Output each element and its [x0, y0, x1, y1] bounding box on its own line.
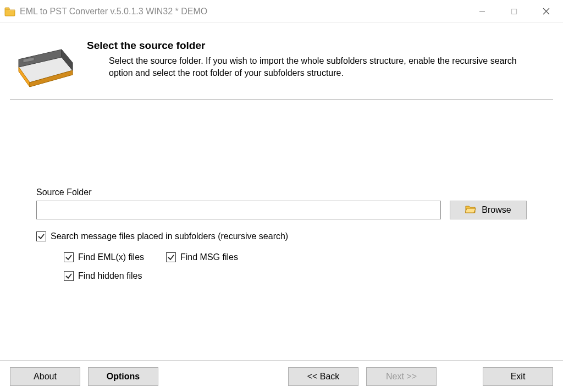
svg-rect-2 [512, 9, 517, 14]
about-button[interactable]: About [10, 367, 80, 386]
wizard-form: Source Folder Browse Search message file… [10, 100, 553, 360]
svg-rect-0 [5, 8, 9, 9]
client-area: Select the source folder Select the sour… [0, 23, 563, 360]
checkbox-icon [166, 252, 176, 262]
close-button[interactable] [530, 0, 562, 23]
checkbox-icon [64, 252, 74, 262]
checkbox-icon [36, 231, 46, 241]
options-button[interactable]: Options [88, 367, 158, 386]
find-msg-label: Find MSG files [180, 252, 238, 262]
wizard-description: Select the source folder. If you wish to… [87, 55, 548, 79]
find-hidden-checkbox[interactable]: Find hidden files [64, 271, 142, 281]
wizard-title: Select the source folder [87, 40, 548, 52]
recursive-search-label: Search message files placed in subfolder… [51, 231, 288, 241]
maximize-button[interactable] [498, 0, 530, 23]
open-folder-icon [465, 205, 476, 216]
back-button[interactable]: << Back [288, 367, 358, 386]
checkbox-icon [64, 271, 74, 281]
window-controls [466, 0, 562, 23]
find-eml-label: Find EML(x) files [78, 252, 144, 262]
find-hidden-label: Find hidden files [78, 271, 142, 281]
app-folder-icon [4, 6, 15, 17]
minimize-button[interactable] [466, 0, 498, 23]
browse-button-label: Browse [482, 205, 511, 215]
titlebar: EML to PST Converter v.5.0.1.3 WIN32 * D… [0, 0, 563, 23]
source-folder-label: Source Folder [36, 187, 527, 197]
wizard-footer: About Options << Back Next >> Exit [0, 360, 563, 392]
browse-button[interactable]: Browse [450, 201, 527, 219]
window-title: EML to PST Converter v.5.0.1.3 WIN32 * D… [20, 7, 466, 16]
find-msg-checkbox[interactable]: Find MSG files [166, 252, 238, 262]
source-folder-input[interactable] [36, 201, 441, 219]
exit-button[interactable]: Exit [483, 367, 553, 386]
next-button: Next >> [366, 367, 437, 386]
recursive-search-checkbox[interactable]: Search message files placed in subfolder… [36, 231, 527, 241]
find-eml-checkbox[interactable]: Find EML(x) files [64, 252, 144, 262]
source-folder-graphic-icon [15, 38, 76, 89]
wizard-header: Select the source folder Select the sour… [10, 23, 553, 100]
